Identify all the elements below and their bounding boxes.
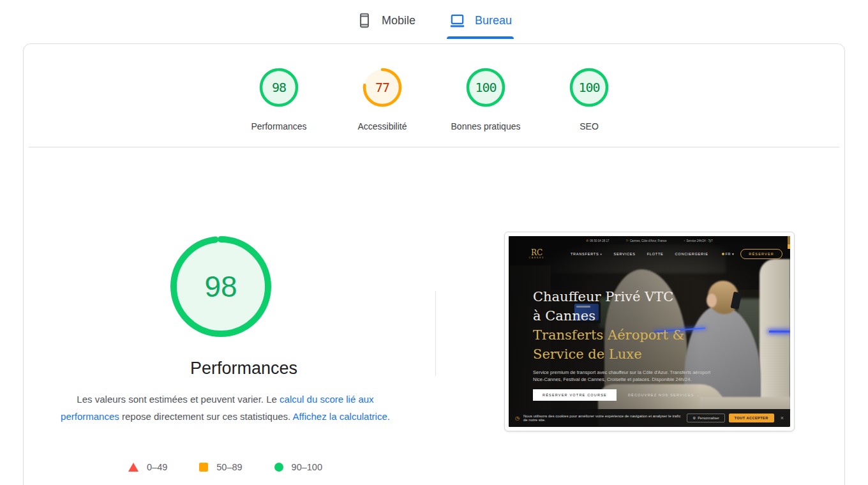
site-navbar: RC CANNES TRANSFERTS▾ SERVICES FLOTTE CO… <box>509 244 790 264</box>
hero-title-line: Chauffeur Privé VTC <box>533 287 724 306</box>
site-logo: RC CANNES <box>516 249 557 259</box>
pagespeed-report-page: Mobile Bureau 98 Performances <box>0 0 868 485</box>
vertical-divider <box>435 291 436 376</box>
legend-item-medium: 50–89 <box>199 462 242 472</box>
section-title: Performances <box>93 359 394 378</box>
tab-desktop[interactable]: Bureau <box>449 12 512 29</box>
score-value: 98 <box>258 67 299 108</box>
tab-mobile-label: Mobile <box>382 14 415 27</box>
legend-range: 0–49 <box>147 462 167 472</box>
site-phone: ✆06 50 04 28 17 <box>586 239 609 243</box>
gear-icon: ⚙ <box>692 416 696 420</box>
tab-mobile[interactable]: Mobile <box>356 12 415 29</box>
red-triangle-icon <box>128 463 138 472</box>
score-summary-item-best-practices[interactable]: 100 Bonnes pratiques <box>434 67 537 131</box>
score-legend: 0–49 50–89 90–100 <box>58 462 393 472</box>
hero-paragraph: Service premium de transport avec chauff… <box>533 369 718 383</box>
globe-icon <box>722 253 724 255</box>
green-circle-icon <box>274 463 283 472</box>
language-selector: FR ▾ <box>722 252 735 256</box>
score-gauge: 100 <box>569 67 610 108</box>
hero-title-line-gold: Transferts Aéroport & <box>533 325 724 345</box>
close-icon: × <box>781 415 784 421</box>
score-label: Accessibilité <box>357 121 407 131</box>
chevron-down-icon: ▾ <box>732 252 734 256</box>
score-summary-item-accessibility[interactable]: 77 Accessibilité <box>331 67 434 131</box>
legend-item-high: 90–100 <box>274 462 322 472</box>
orange-square-icon <box>199 463 208 472</box>
score-summary-item-performances[interactable]: 98 Performances <box>227 67 331 131</box>
score-label: SEO <box>580 121 599 131</box>
screenshot-site-content: ✆06 50 04 28 17 ⚐Cannes, Côte d'Azur, Fr… <box>509 236 790 427</box>
pin-icon: ⚐ <box>625 239 628 243</box>
score-value: 100 <box>465 67 506 108</box>
cookie-banner: ◷ Nous utilisons des cookies pour amélio… <box>509 409 790 427</box>
hero-secondary-link: DÉCOUVREZ NOS SERVICES → <box>628 393 700 397</box>
score-gauge: 100 <box>465 67 506 108</box>
legend-item-low: 0–49 <box>128 462 167 472</box>
site-address: ⚐Cannes, Côte d'Azur, France <box>625 239 666 243</box>
legend-range: 50–89 <box>216 462 242 472</box>
hero-title-line: à Cannes <box>533 306 724 325</box>
score-label: Performances <box>251 121 306 131</box>
score-value: 100 <box>569 67 610 108</box>
score-value: 77 <box>362 67 403 108</box>
cookie-accept-button: TOUT ACCEPTER <box>729 414 774 422</box>
logo-monogram: RC <box>531 249 542 257</box>
site-menu-services: SERVICES <box>614 252 636 256</box>
site-topbar: ✆06 50 04 28 17 ⚐Cannes, Côte d'Azur, Fr… <box>509 236 790 244</box>
chevron-down-icon: ▾ <box>601 253 602 256</box>
site-hero: Chauffeur Privé VTC à Cannes Transferts … <box>533 287 724 401</box>
site-menu-transferts: TRANSFERTS▾ <box>571 252 602 256</box>
cookie-message: Nous utilisons des cookies pour améliore… <box>523 414 683 422</box>
score-description: Les valeurs sont estimées et peuvent var… <box>58 391 393 425</box>
description-text: Les valeurs sont estimées et peuvent var… <box>77 394 280 405</box>
site-nav-right: FR ▾ RÉSERVER <box>722 249 782 259</box>
site-reserve-button: RÉSERVER <box>740 249 782 259</box>
report-card: 98 Performances 77 Accessibilité <box>23 43 845 485</box>
score-gauge: 98 <box>258 67 299 108</box>
logo-caption: CANNES <box>529 257 545 259</box>
performance-gauge: 98 <box>170 235 272 338</box>
clock-icon: ◔ <box>684 239 685 243</box>
site-menu-conciergerie: CONCIERGERIE <box>675 252 708 256</box>
score-label: Bonnes pratiques <box>451 121 521 131</box>
site-hours: ◔Service 24h/24 - 7j/7 <box>684 239 713 243</box>
laptop-icon <box>449 12 466 29</box>
score-summary-item-seo[interactable]: 100 SEO <box>537 67 641 131</box>
site-menu-flotte: FLOTTE <box>647 252 664 256</box>
cookie-clock-icon: ◷ <box>515 415 520 421</box>
site-menu: TRANSFERTS▾ SERVICES FLOTTE CONCIERGERIE <box>557 252 722 256</box>
calculator-link[interactable]: Affichez la calculatrice. <box>293 411 390 422</box>
phone-icon: ✆ <box>586 239 588 243</box>
hero-title-line-gold: Service de Luxe <box>533 345 724 364</box>
smartphone-icon <box>356 12 373 29</box>
tab-desktop-label: Bureau <box>475 14 512 27</box>
hero-primary-button: RÉSERVER VOTRE COURSE <box>533 389 617 401</box>
performance-score-value: 98 <box>170 235 272 338</box>
device-tabs: Mobile Bureau <box>0 0 868 41</box>
cookie-customize-button: ⚙Personnaliser <box>687 414 725 422</box>
section-divider <box>29 147 839 147</box>
description-text: repose directement sur ces statistiques. <box>119 411 293 422</box>
page-screenshot-thumbnail[interactable]: ✆06 50 04 28 17 ⚐Cannes, Côte d'Azur, Fr… <box>504 232 795 431</box>
hero-actions: RÉSERVER VOTRE COURSE DÉCOUVREZ NOS SERV… <box>533 389 724 401</box>
legend-range: 90–100 <box>292 462 322 472</box>
score-summary: 98 Performances 77 Accessibilité <box>24 67 844 131</box>
score-gauge: 77 <box>362 67 403 108</box>
